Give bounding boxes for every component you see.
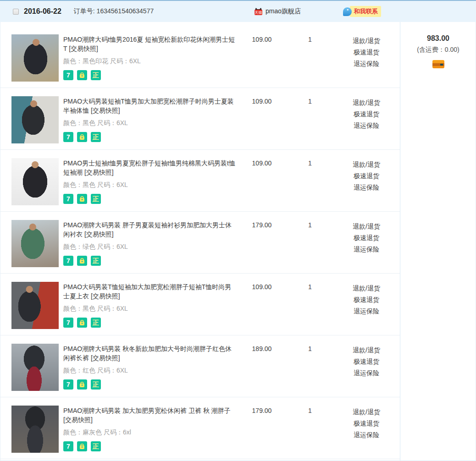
order-header: 2016-06-22 订单号: 1634561540634577 天猫 pmao… xyxy=(0,0,476,22)
product-attrs: 颜色：黑色 尺码：6XL xyxy=(63,305,237,313)
return-insurance-link[interactable]: 退运保险 xyxy=(333,182,400,193)
return-insurance-link[interactable]: 退运保险 xyxy=(333,429,400,441)
product-photo[interactable] xyxy=(11,220,59,267)
authentic-badge-icon: 正 xyxy=(91,379,101,390)
svg-text:天猫: 天猫 xyxy=(255,11,262,15)
product-photo[interactable] xyxy=(11,406,59,453)
item-price: 109.00 xyxy=(237,158,287,167)
authentic-badge-icon: 正 xyxy=(91,194,101,204)
item-quantity: 1 xyxy=(287,344,333,352)
item-price: 189.00 xyxy=(237,344,287,352)
item-quantity: 1 xyxy=(287,282,333,291)
fast-return-link[interactable]: 极速退货 xyxy=(333,109,400,120)
seven-day-badge-icon: 7 xyxy=(63,379,73,390)
fast-return-link[interactable]: 极速退货 xyxy=(333,47,400,58)
product-attrs: 颜色：红色 尺码：6XL xyxy=(63,367,237,375)
order-total: 983.00 xyxy=(400,34,476,43)
refund-link[interactable]: 退款/退货 xyxy=(333,283,400,294)
consumer-protection-bag-icon xyxy=(77,379,87,390)
order-total-column: 983.00 (含运费：0.00) xyxy=(400,22,476,461)
authentic-badge-icon: 正 xyxy=(91,318,101,328)
seven-day-badge-icon: 7 xyxy=(63,132,73,142)
consumer-protection-bag-icon xyxy=(77,194,87,204)
order-date: 2016-06-22 xyxy=(24,7,61,16)
return-insurance-link[interactable]: 退运保险 xyxy=(333,368,400,379)
authentic-badge-icon: 正 xyxy=(91,70,101,80)
product-attrs: 颜色：黑色印花 尺码：6XL xyxy=(63,57,237,66)
authentic-badge-icon: 正 xyxy=(91,441,101,451)
consumer-protection-bag-icon xyxy=(77,70,87,80)
product-title-link[interactable]: PMAO潮牌大码男装 加大加肥男宽松休闲裤 卫裤 秋 潮胖子 [交易快照] xyxy=(63,406,237,424)
product-photo[interactable] xyxy=(11,282,59,329)
product-attrs: 颜色：麻灰色 尺码：6xl xyxy=(63,428,237,437)
order-panel: 2016-06-22 订单号: 1634561540634577 天猫 pmao… xyxy=(0,0,476,461)
consumer-protection-bag-icon xyxy=(77,132,87,142)
seven-day-badge-icon: 7 xyxy=(63,441,73,451)
product-attrs: 颜色：黑色 尺码：6XL xyxy=(63,181,237,189)
return-insurance-link[interactable]: 退运保险 xyxy=(333,244,400,255)
seven-day-badge-icon: 7 xyxy=(63,318,73,328)
item-price: 109.00 xyxy=(237,96,287,105)
authentic-badge-icon: 正 xyxy=(91,132,101,142)
fast-return-link[interactable]: 极速退货 xyxy=(333,232,400,244)
product-title-link[interactable]: PMAO大码男装短袖T恤男加大加肥宽松潮胖子时尚男士夏装半袖体恤 [交易快照] xyxy=(63,97,237,115)
refund-link[interactable]: 退款/退货 xyxy=(333,97,400,109)
product-title-link[interactable]: PMAO潮牌大码t恤男2016夏 短袖宽松新款印花休闲潮男士短T [交易快照] xyxy=(63,35,237,53)
item-price: 109.00 xyxy=(237,282,287,291)
seven-day-badge-icon: 7 xyxy=(63,256,73,266)
shop-name-link[interactable]: pmao旗舰店 xyxy=(266,7,301,16)
fast-return-link[interactable]: 极速退货 xyxy=(333,418,400,429)
seven-day-badge-icon: 7 xyxy=(63,194,73,204)
shipping-fee-note: (含运费：0.00) xyxy=(400,46,476,54)
consumer-protection-bag-icon xyxy=(77,256,87,266)
contact-seller[interactable]: ’’ 和我联系 xyxy=(343,6,381,17)
item-quantity: 1 xyxy=(287,406,333,414)
refund-link[interactable]: 退款/退货 xyxy=(333,221,400,232)
item-quantity: 1 xyxy=(287,158,333,167)
return-insurance-link[interactable]: 退运保险 xyxy=(333,58,400,70)
product-title-link[interactable]: PMAO大码男装T恤短袖加大加肥宽松潮胖子短袖T恤时尚男士夏上衣 [交易快照] xyxy=(63,282,237,301)
item-price: 179.00 xyxy=(237,220,287,229)
fast-return-link[interactable]: 极速退货 xyxy=(333,294,400,306)
fast-return-link[interactable]: 极速退货 xyxy=(333,170,400,182)
contact-label: 和我联系 xyxy=(350,6,381,17)
product-photo[interactable] xyxy=(11,344,59,391)
product-photo[interactable] xyxy=(11,158,59,205)
product-photo[interactable] xyxy=(11,96,59,143)
tmall-cat-icon: 天猫 xyxy=(254,8,263,16)
consumer-protection-bag-icon xyxy=(77,441,87,451)
return-insurance-link[interactable]: 退运保险 xyxy=(333,306,400,317)
product-title-link[interactable]: PMAO潮牌大码男装 胖子男夏装短袖衬衫男加肥加大男士休闲衬衣 [交易快照] xyxy=(63,220,237,239)
refund-link[interactable]: 退款/退货 xyxy=(333,345,400,356)
order-checkbox[interactable] xyxy=(13,9,19,15)
product-attrs: 颜色：绿色 尺码：6XL xyxy=(63,243,237,251)
product-title-link[interactable]: PMAO潮牌大码男装 秋冬新款加肥加大号时尚潮胖子红色休闲裤长裤 [交易快照] xyxy=(63,344,237,362)
item-quantity: 1 xyxy=(287,34,333,43)
item-price: 109.00 xyxy=(237,34,287,43)
wangwang-icon: ’’ xyxy=(343,7,352,16)
consumer-protection-bag-icon xyxy=(77,318,87,328)
product-photo[interactable] xyxy=(11,34,59,82)
fast-return-link[interactable]: 极速退货 xyxy=(333,356,400,368)
item-quantity: 1 xyxy=(287,96,333,105)
item-price: 179.00 xyxy=(237,406,287,414)
authentic-badge-icon: 正 xyxy=(91,256,101,266)
return-insurance-link[interactable]: 退运保险 xyxy=(333,120,400,132)
refund-link[interactable]: 退款/退货 xyxy=(333,406,400,418)
shop-info: 天猫 pmao旗舰店 xyxy=(254,7,301,16)
order-items: PMAO潮牌大码t恤男2016夏 短袖宽松新款印花休闲潮男士短T [交易快照] … xyxy=(0,22,476,461)
item-quantity: 1 xyxy=(287,220,333,229)
product-title-link[interactable]: PMAO男士短袖t恤男夏宽松胖子短袖t恤男纯棉黑大码男装t恤短袖潮 [交易快照] xyxy=(63,159,237,177)
bank-card-icon[interactable] xyxy=(432,60,444,68)
refund-link[interactable]: 退款/退货 xyxy=(333,159,400,170)
refund-link[interactable]: 退款/退货 xyxy=(333,35,400,47)
product-attrs: 颜色：黑色 尺码：6XL xyxy=(63,119,237,127)
order-number: 订单号: 1634561540634577 xyxy=(74,7,154,16)
seven-day-badge-icon: 7 xyxy=(63,70,73,80)
